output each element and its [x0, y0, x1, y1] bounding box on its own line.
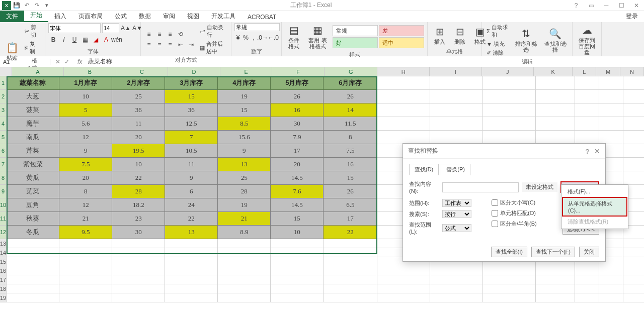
col-header-N[interactable]: N	[620, 67, 644, 76]
cell[interactable]	[599, 293, 623, 302]
formula-input[interactable]: 蔬菜名称	[85, 57, 644, 66]
cell[interactable]	[165, 248, 218, 257]
cell[interactable]: 7	[165, 131, 218, 144]
cell[interactable]	[575, 266, 599, 275]
cell[interactable]	[377, 275, 430, 284]
row-header-16[interactable]: 16	[0, 266, 7, 275]
cell[interactable]	[623, 90, 644, 103]
match-case-checkbox[interactable]: 区分大小写(C)	[492, 199, 537, 206]
cell[interactable]	[536, 117, 575, 131]
sort-filter-button[interactable]: ⇅排序和筛选	[512, 27, 539, 54]
cell[interactable]	[59, 266, 112, 275]
tab-insert[interactable]: 插入	[48, 11, 72, 22]
cell[interactable]	[59, 248, 112, 257]
cell[interactable]	[59, 257, 112, 266]
cell[interactable]: 14.5	[271, 198, 324, 212]
cell[interactable]	[165, 293, 218, 302]
cell[interactable]: 4月库存	[218, 76, 271, 90]
cell[interactable]	[7, 275, 59, 284]
cell[interactable]: 21	[59, 212, 112, 226]
save-baidu-button[interactable]: ☁保存到 百度网盘	[576, 23, 598, 56]
cell[interactable]: 26	[324, 185, 377, 198]
row-header-18[interactable]: 18	[0, 284, 7, 293]
cell[interactable]	[377, 90, 430, 103]
cell[interactable]	[483, 90, 536, 103]
cell[interactable]	[7, 293, 59, 302]
cancel-formula-icon[interactable]: ✕	[55, 58, 60, 65]
cell[interactable]	[430, 284, 483, 293]
cell[interactable]	[430, 103, 483, 117]
row-header-3[interactable]: 3	[0, 103, 7, 117]
row-header-12[interactable]: 12	[0, 226, 7, 239]
cell[interactable]	[623, 117, 644, 131]
cell[interactable]	[218, 293, 271, 302]
cell[interactable]: 13	[165, 226, 218, 239]
row-header-19[interactable]: 19	[0, 293, 7, 302]
tab-review[interactable]: 审阅	[157, 11, 181, 22]
cut-button[interactable]: ✂ 剪切	[23, 23, 42, 39]
cell[interactable]: 23	[112, 212, 165, 226]
cell[interactable]: 16	[271, 103, 324, 117]
cell[interactable]: 19	[218, 198, 271, 212]
tab-file[interactable]: 文件	[0, 11, 24, 22]
cell[interactable]: 28	[112, 185, 165, 198]
cell[interactable]	[599, 103, 623, 117]
tab-data[interactable]: 数据	[133, 11, 157, 22]
cell[interactable]: 菠菜	[7, 103, 59, 117]
cell[interactable]	[7, 284, 59, 293]
cell[interactable]	[430, 275, 483, 284]
cell[interactable]	[623, 76, 644, 90]
cell[interactable]	[59, 293, 112, 302]
cell[interactable]: 26	[324, 90, 377, 103]
undo-icon[interactable]: ↶	[22, 1, 31, 10]
cell[interactable]	[59, 284, 112, 293]
cell[interactable]	[623, 257, 644, 266]
cell[interactable]	[165, 284, 218, 293]
cell[interactable]	[483, 275, 536, 284]
cell[interactable]	[324, 284, 377, 293]
font-size-select[interactable]	[102, 23, 119, 33]
cell[interactable]	[271, 284, 324, 293]
col-header-D[interactable]: D	[168, 67, 220, 76]
cell[interactable]	[623, 239, 644, 248]
cell[interactable]: 20	[112, 131, 165, 144]
cell[interactable]	[430, 117, 483, 131]
cell[interactable]: 10	[59, 90, 112, 103]
cell[interactable]: 12	[59, 198, 112, 212]
cell[interactable]	[599, 275, 623, 284]
cell[interactable]	[112, 266, 165, 275]
cell[interactable]: 3月库存	[165, 76, 218, 90]
cell[interactable]: 7.9	[271, 131, 324, 144]
match-width-checkbox[interactable]: 区分全/半角(B)	[492, 220, 537, 228]
cell[interactable]: 9	[165, 171, 218, 185]
cell[interactable]	[377, 284, 430, 293]
tab-home[interactable]: 开始	[24, 10, 48, 22]
cell[interactable]	[377, 293, 430, 302]
cell[interactable]	[623, 103, 644, 117]
font-color-button[interactable]: A	[101, 35, 111, 45]
cell[interactable]	[377, 103, 430, 117]
cell[interactable]	[430, 293, 483, 302]
align-middle-button[interactable]: ≡	[154, 29, 165, 39]
cell[interactable]: 11	[165, 158, 218, 171]
cell[interactable]: 12	[59, 131, 112, 144]
cell[interactable]	[377, 117, 430, 131]
cell[interactable]: 22	[165, 212, 218, 226]
scope-select[interactable]: 工作表	[442, 199, 471, 207]
cond-format-button[interactable]: ▤条件格式	[285, 23, 303, 50]
cell[interactable]: 苋菜	[7, 185, 59, 198]
cell[interactable]: 19	[218, 90, 271, 103]
align-left-button[interactable]: ≡	[144, 40, 154, 50]
search-select[interactable]: 按行	[442, 210, 471, 218]
find-input[interactable]	[442, 182, 519, 192]
cell[interactable]: 7.6	[271, 185, 324, 198]
cell[interactable]: 6月库存	[324, 76, 377, 90]
cell[interactable]: 18.2	[112, 198, 165, 212]
cell[interactable]	[430, 76, 483, 90]
cell[interactable]: 大葱	[7, 90, 59, 103]
dec-decimal-button[interactable]: ←.0	[268, 33, 278, 43]
grow-font-button[interactable]: A▲	[121, 23, 131, 33]
cell[interactable]: 14	[324, 103, 377, 117]
underline-button[interactable]: U	[69, 35, 79, 45]
cell[interactable]	[575, 284, 599, 293]
